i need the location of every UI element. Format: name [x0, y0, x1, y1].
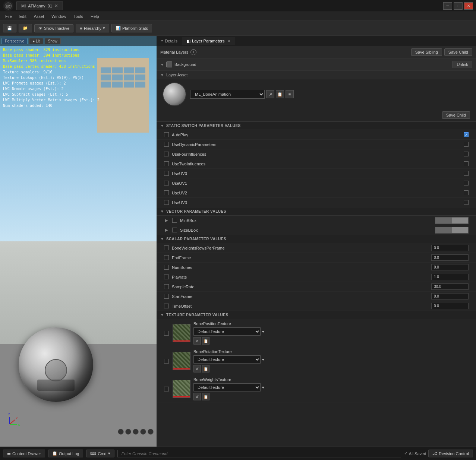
menu-tools[interactable]: Tools	[70, 13, 87, 19]
timeoffset-value[interactable]: 0.0	[431, 303, 469, 309]
bg-layer-icon	[166, 61, 172, 67]
useuv2-value[interactable]	[464, 190, 469, 195]
bonewt-reset-icon[interactable]: ↺	[193, 393, 201, 400]
startframe-value[interactable]: 0.0	[431, 293, 469, 299]
autoplay-value-check[interactable]	[464, 132, 469, 137]
usefour-value[interactable]	[464, 152, 469, 156]
minimize-button[interactable]: ─	[443, 2, 452, 10]
bonepos-browse-icon[interactable]: 📋	[202, 337, 209, 345]
vp-circle-5[interactable]	[148, 429, 154, 435]
bonerot-select[interactable]: DefaultTexture	[193, 355, 261, 364]
close-button[interactable]: ✕	[464, 2, 473, 10]
platform-stats-button[interactable]: 📊 Platform Stats	[111, 24, 152, 32]
menu-file[interactable]: File	[1, 13, 16, 19]
bonepos-reset-icon[interactable]: ↺	[193, 337, 201, 345]
menu-asset[interactable]: Asset	[30, 13, 48, 19]
cmd-button[interactable]: ⌨ Cmd ▾	[86, 450, 114, 457]
unlink-button[interactable]: Unlink	[453, 61, 472, 68]
useuv0-enable-check[interactable]	[164, 171, 169, 176]
filter-icon[interactable]: ≡	[286, 90, 294, 98]
save-child-button[interactable]: Save Child	[442, 111, 470, 119]
layer-asset-section-header[interactable]: ▼ Layer Asset	[157, 71, 476, 79]
boneweights-enable-check[interactable]	[164, 245, 169, 250]
material-select[interactable]: ML_BoneAnimation	[190, 90, 265, 99]
bonerot-reset-icon[interactable]: ↺	[193, 365, 201, 372]
vp-circle-4[interactable]	[140, 429, 146, 435]
tab-layer-close-icon[interactable]: ✕	[227, 39, 230, 43]
save-sibling-button[interactable]: Save Sibling	[411, 48, 442, 56]
usetwo-value[interactable]	[464, 161, 469, 166]
lit-button[interactable]: ● Lit	[29, 38, 43, 44]
show-inactive-button[interactable]: 👁 Show Inactive	[34, 24, 73, 32]
endframe-enable-check[interactable]	[164, 255, 169, 260]
numbones-value[interactable]: 0.0	[431, 264, 469, 270]
menu-window[interactable]: Window	[48, 13, 70, 19]
vector-section-header[interactable]: ▼ VECTOR PARAMETER VALUES	[157, 207, 476, 216]
samplerate-enable-check[interactable]	[164, 284, 169, 289]
save-child-header-button[interactable]: Save Child	[444, 48, 472, 56]
tab-layer-parameters[interactable]: ◧ Layer Parameters ✕	[182, 37, 235, 45]
sizebbox-enable-check[interactable]	[172, 228, 177, 232]
scalar-section-header[interactable]: ▼ SCALAR PARAMETER VALUES	[157, 235, 476, 243]
hierarchy-button[interactable]: ≡ Hierarchy ▾	[76, 24, 109, 32]
playrate-enable-check[interactable]	[164, 275, 169, 279]
open-button[interactable]: 📁	[19, 24, 32, 32]
copy-icon[interactable]: 📋	[276, 90, 284, 98]
viewport: Perspective ● Lit Show	[0, 36, 157, 447]
useuv0-value[interactable]	[464, 171, 469, 176]
bonepos-select[interactable]: DefaultTexture	[193, 327, 261, 336]
playrate-value[interactable]: 1.0	[431, 274, 469, 280]
menu-edit[interactable]: Edit	[16, 13, 30, 19]
browse-icon[interactable]: ↗	[266, 90, 274, 98]
useuv3-enable-check[interactable]	[164, 200, 169, 205]
boneweights-value[interactable]: 0.0	[431, 245, 469, 251]
bonewt-browse-icon[interactable]: 📋	[202, 393, 209, 400]
usetwo-enable-check[interactable]	[164, 161, 169, 166]
maximize-button[interactable]: □	[454, 2, 463, 10]
startframe-enable-check[interactable]	[164, 294, 169, 299]
useuv2-enable-check[interactable]	[164, 190, 169, 195]
tab-details[interactable]: ≡ Details	[157, 37, 182, 45]
autoplay-enable-check[interactable]	[164, 132, 169, 137]
menu-help[interactable]: Help	[87, 13, 103, 19]
sizebbox-expand-icon[interactable]: ▶	[164, 228, 169, 233]
bg-expand-icon[interactable]: ▼	[160, 63, 164, 67]
numbones-enable-check[interactable]	[164, 265, 169, 270]
bonerot-dropdown-icon: ▾	[262, 357, 264, 362]
bonewt-enable-check[interactable]	[164, 387, 169, 391]
revision-control-button[interactable]: ⎇ Revision Control	[428, 450, 473, 457]
add-layer-button[interactable]: +	[190, 49, 196, 55]
minbbox-enable-check[interactable]	[172, 218, 177, 223]
static-switch-section-header[interactable]: ▼ STATIC SWITCH PARAMETER VALUES	[157, 122, 476, 130]
console-input[interactable]	[117, 450, 401, 457]
vp-circle-2[interactable]	[125, 429, 131, 435]
tab-close-icon[interactable]: ✕	[54, 3, 58, 9]
minbbox-expand-icon[interactable]: ▶	[164, 218, 169, 223]
texture-section-header[interactable]: ▼ TEXTURE PARAMETER VALUES	[157, 311, 476, 319]
perspective-button[interactable]: Perspective	[1, 38, 28, 44]
output-log-button[interactable]: 📋 Output Log	[48, 450, 83, 457]
sizebbox-swatch[interactable]	[435, 227, 469, 234]
bonepos-enable-check[interactable]	[164, 331, 169, 336]
useuv1-value[interactable]	[464, 181, 469, 185]
bonerot-enable-check[interactable]	[164, 359, 169, 364]
content-drawer-button[interactable]: ☰ Content Drawer	[3, 450, 45, 457]
timeoffset-enable-check[interactable]	[164, 304, 169, 308]
minbbox-swatch[interactable]	[435, 217, 469, 224]
usefour-enable-check[interactable]	[164, 152, 169, 156]
vp-circle-1[interactable]	[118, 429, 124, 435]
endframe-value[interactable]: 0.0	[431, 254, 469, 261]
useuv1-enable-check[interactable]	[164, 181, 169, 185]
shader-stats: Base pass shader: 329 instructions Base …	[3, 47, 100, 108]
usedynamic-value[interactable]	[464, 142, 469, 147]
bonerot-browse-icon[interactable]: 📋	[202, 365, 209, 372]
vp-circle-3[interactable]	[133, 429, 139, 435]
bonewt-thumb	[173, 380, 190, 398]
bonewt-select[interactable]: DefaultTexture	[193, 383, 261, 391]
save-button[interactable]: 💾	[3, 24, 16, 32]
usedynamic-enable-check[interactable]	[164, 142, 169, 147]
tab-mi-atmanny[interactable]: MI_ATManny_01 ✕	[16, 1, 63, 10]
show-button[interactable]: Show	[45, 38, 61, 44]
samplerate-value[interactable]: 30.0	[431, 283, 469, 290]
useuv3-value[interactable]	[464, 200, 469, 205]
